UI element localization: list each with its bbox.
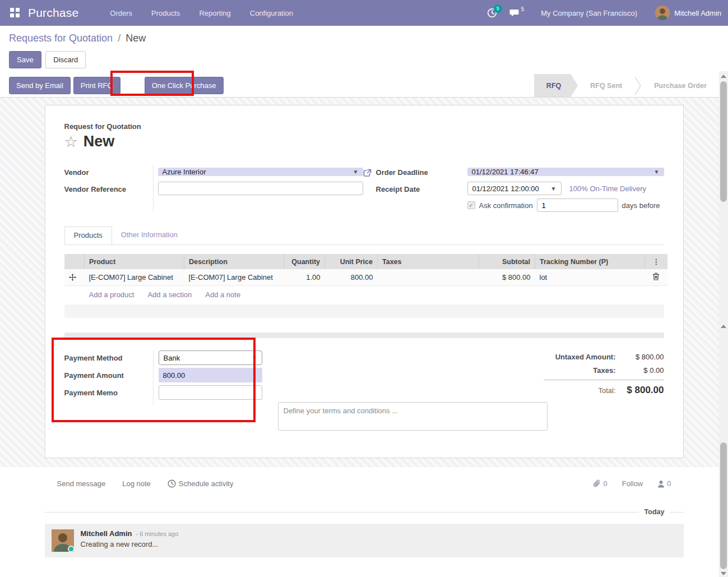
message-timestamp: - 6 minutes ago — [136, 530, 178, 537]
company-switcher[interactable]: My Company (San Francisco) — [541, 9, 637, 17]
column-product[interactable]: Product — [85, 254, 184, 269]
status-step-rfq[interactable]: RFQ — [534, 74, 578, 97]
log-note-button[interactable]: Log note — [122, 479, 151, 488]
discard-button[interactable]: Discard — [45, 51, 86, 68]
app-title[interactable]: Purchase — [28, 6, 78, 20]
receipt-date-value: 01/12/2021 12:00:00 — [472, 184, 539, 193]
breadcrumb-separator: / — [118, 33, 120, 44]
order-deadline-field[interactable]: 01/12/2021 17:46:47 ▼ — [467, 168, 664, 176]
scrollbar-thumb[interactable] — [720, 81, 727, 202]
payment-amount-input[interactable] — [159, 368, 262, 382]
add-a-section-link[interactable]: Add a section — [147, 290, 192, 299]
terms-and-conditions-textarea[interactable] — [278, 402, 548, 431]
send-message-button[interactable]: Send message — [57, 479, 106, 488]
control-panel: Requests for Quotation / New Save Discar… — [0, 26, 728, 74]
horizontal-scrollbar[interactable] — [64, 333, 664, 338]
untaxed-amount-label: Untaxed Amount: — [555, 353, 616, 361]
cell-product[interactable]: [E-COM07] Large Cabinet — [85, 269, 184, 286]
cell-tracking[interactable]: lot — [535, 269, 645, 286]
receipt-date-label: Receipt Date — [376, 185, 420, 193]
cell-subtotal[interactable]: $ 800.00 — [479, 269, 535, 286]
record-name: New — [84, 133, 115, 150]
cell-unit-price[interactable]: 800.00 — [325, 269, 378, 286]
follow-button[interactable]: Follow — [622, 479, 643, 488]
attachments-button[interactable]: 0 — [593, 479, 607, 488]
breadcrumb-current: New — [126, 33, 146, 44]
column-description[interactable]: Description — [184, 254, 284, 269]
receipt-date-field[interactable]: 01/12/2021 12:00:00 ▼ — [467, 182, 562, 195]
scroll-up-arrow-icon[interactable] — [721, 75, 726, 78]
column-quantity[interactable]: Quantity — [284, 254, 325, 269]
vertical-scrollbar[interactable] — [719, 71, 728, 577]
column-unit-price[interactable]: Unit Price — [325, 254, 378, 269]
one-click-purchase-button[interactable]: One Click Purchase — [145, 77, 224, 94]
menu-configuration[interactable]: Configuration — [250, 9, 293, 17]
favorite-star-icon[interactable]: ☆ — [64, 135, 78, 149]
top-navbar: Purchase Orders Products Reporting Confi… — [0, 0, 728, 26]
person-icon — [657, 480, 665, 488]
menu-reporting[interactable]: Reporting — [199, 9, 230, 17]
vendor-reference-input[interactable] — [158, 182, 363, 195]
external-link-icon[interactable] — [363, 169, 372, 177]
print-rfq-button[interactable]: Print RFQ — [73, 77, 120, 94]
attachment-count: 0 — [603, 479, 607, 488]
cell-taxes[interactable] — [378, 269, 479, 286]
scroll-down-arrow-icon[interactable] — [721, 572, 726, 575]
order-deadline-value: 01/12/2021 17:46:47 — [472, 168, 539, 176]
column-taxes[interactable]: Taxes — [378, 254, 479, 269]
apps-menu-icon[interactable] — [10, 8, 20, 18]
tab-products[interactable]: Products — [64, 227, 112, 244]
dropdown-caret-icon: ▼ — [654, 169, 660, 175]
delete-line-icon[interactable] — [652, 273, 660, 280]
schedule-activity-button[interactable]: Schedule activity — [168, 479, 234, 488]
menu-orders[interactable]: Orders — [110, 9, 132, 17]
total-value: $ 800.00 — [616, 385, 664, 396]
messages-menu-button[interactable]: 5 — [509, 8, 525, 17]
total-label: Total: — [598, 386, 615, 395]
cell-quantity[interactable]: 1.00 — [284, 269, 325, 286]
column-subtotal[interactable]: Subtotal — [479, 254, 535, 269]
notebook-tabs: Products Other Information — [64, 227, 664, 245]
message-author[interactable]: Mitchell Admin — [81, 529, 132, 538]
scrollbar-thumb[interactable] — [720, 442, 727, 569]
days-before-input[interactable] — [537, 199, 618, 212]
breadcrumb-parent[interactable]: Requests for Quotation — [9, 33, 113, 44]
cell-description[interactable]: [E-COM07] Large Cabinet — [184, 269, 284, 286]
payment-memo-input[interactable] — [159, 385, 262, 400]
activity-menu-button[interactable]: 5 — [487, 8, 497, 18]
on-time-delivery-link[interactable]: 100% On-Time Delivery — [569, 184, 647, 193]
menu-products[interactable]: Products — [151, 9, 180, 17]
ask-confirmation-label: Ask confirmation — [479, 201, 533, 210]
message-body: Creating a new record... — [81, 540, 179, 548]
follower-count: 0 — [667, 479, 671, 488]
line-add-links: Add a product Add a section Add a note — [64, 286, 664, 303]
drag-handle-icon[interactable] — [69, 274, 80, 281]
status-step-purchase-order[interactable]: Purchase Order — [642, 74, 719, 97]
tab-other-information[interactable]: Other Information — [112, 227, 187, 244]
table-row[interactable]: [E-COM07] Large Cabinet [E-COM07] Large … — [64, 269, 667, 286]
optional-columns-icon[interactable]: ⋮ — [645, 254, 667, 269]
add-a-note-link[interactable]: Add a note — [205, 290, 240, 299]
send-by-email-button[interactable]: Send by Email — [9, 77, 71, 94]
taxes-label: Taxes: — [593, 366, 615, 375]
vendor-label: Vendor — [64, 168, 153, 185]
chatter-message[interactable]: Mitchell Admin - 6 minutes ago Creating … — [45, 524, 684, 557]
followers-button[interactable]: 0 — [657, 479, 671, 488]
status-step-rfq-sent[interactable]: RFQ Sent — [578, 74, 634, 97]
save-button[interactable]: Save — [9, 51, 41, 68]
payment-method-select[interactable]: Bank ▼ — [159, 350, 262, 365]
add-a-product-link[interactable]: Add a product — [89, 290, 135, 299]
odoo-app-window: Purchase Orders Products Reporting Confi… — [0, 0, 728, 577]
payment-method-value: Bank — [164, 354, 180, 362]
date-divider: Today — [45, 508, 684, 516]
main-menu: Orders Products Reporting Configuration — [110, 9, 293, 17]
column-tracking-number[interactable]: Tracking Number (P) — [535, 254, 645, 269]
user-menu[interactable]: Mitchell Admin — [655, 6, 721, 20]
scroll-up-arrow-icon[interactable] — [721, 325, 726, 328]
ask-confirmation-checkbox[interactable]: ✓ — [467, 201, 475, 209]
vendor-field[interactable]: Azure Interior ▼ — [158, 168, 363, 176]
order-deadline-label: Order Deadline — [376, 168, 428, 177]
vendor-value: Azure Interior — [163, 168, 206, 176]
payment-amount-label: Payment Amount — [64, 371, 153, 389]
status-steps: RFQ RFQ Sent Purchase Order — [534, 74, 719, 97]
